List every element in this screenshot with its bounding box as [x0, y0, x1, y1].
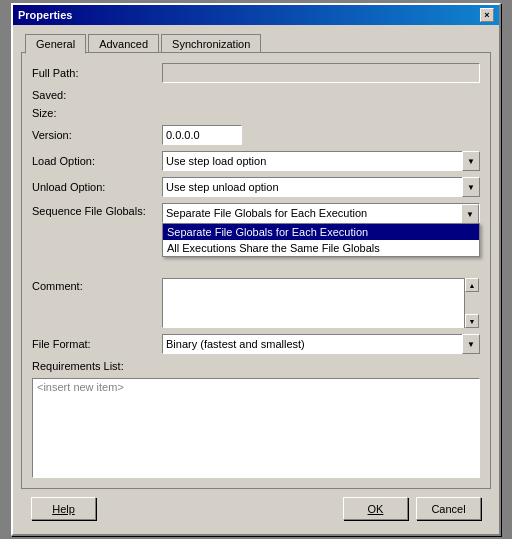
file-format-dropdown[interactable]: Binary (fastest and smallest)	[162, 334, 480, 354]
requirements-row: Requirements List:	[32, 360, 480, 372]
version-label: Version:	[32, 129, 162, 141]
file-format-label: File Format:	[32, 338, 162, 350]
saved-label: Saved:	[32, 89, 162, 101]
comment-scroll-down[interactable]: ▼	[465, 314, 479, 328]
saved-row: Saved:	[32, 89, 480, 101]
seq-file-globals-wrapper: Separate File Globals for Each Execution…	[162, 203, 480, 223]
ok-label: OK	[368, 503, 384, 515]
ok-button[interactable]: OK	[343, 497, 408, 520]
title-bar: Properties ×	[13, 5, 499, 25]
seq-file-globals-row: Sequence File Globals: Separate File Glo…	[32, 203, 480, 223]
seq-globals-arrow[interactable]: ▼	[461, 204, 479, 224]
load-option-dropdown-wrapper: Use step load option ▼	[162, 151, 480, 171]
comment-wrapper: ▲ ▼	[162, 278, 480, 328]
right-buttons: OK Cancel	[343, 497, 481, 520]
seq-option-2[interactable]: All Executions Share the Same File Globa…	[163, 240, 479, 256]
help-button[interactable]: Help	[31, 497, 96, 520]
version-row: Version:	[32, 125, 480, 145]
load-option-label: Load Option:	[32, 155, 162, 167]
tab-bar: General Advanced Synchronization	[21, 33, 491, 53]
tab-general[interactable]: General	[25, 34, 86, 54]
unload-option-label: Unload Option:	[32, 181, 162, 193]
seq-option-1[interactable]: Separate File Globals for Each Execution	[163, 224, 479, 240]
comment-row: Comment: ▲ ▼	[32, 278, 480, 328]
load-option-row: Load Option: Use step load option ▼	[32, 151, 480, 171]
tab-content: Full Path: Saved: Size: Version: Load Op…	[21, 52, 491, 489]
help-label: Help	[52, 503, 75, 515]
seq-file-globals-label: Sequence File Globals:	[32, 205, 162, 217]
cancel-button[interactable]: Cancel	[416, 497, 481, 520]
comment-scrollbar: ▲ ▼	[464, 278, 480, 328]
size-row: Size:	[32, 107, 480, 119]
seq-popup: Separate File Globals for Each Execution…	[162, 223, 480, 257]
close-button[interactable]: ×	[480, 8, 494, 22]
tab-advanced[interactable]: Advanced	[88, 34, 159, 54]
comment-scroll-up[interactable]: ▲	[465, 278, 479, 292]
requirements-list[interactable]: <insert new item>	[32, 378, 480, 478]
requirements-label: Requirements List:	[32, 360, 162, 372]
cancel-label: Cancel	[431, 503, 465, 515]
dialog-title: Properties	[18, 9, 72, 21]
button-bar: Help OK Cancel	[21, 489, 491, 526]
seq-file-globals-display[interactable]: Separate File Globals for Each Execution…	[162, 203, 480, 223]
requirements-placeholder: <insert new item>	[37, 381, 124, 393]
load-option-dropdown[interactable]: Use step load option	[162, 151, 480, 171]
unload-option-dropdown[interactable]: Use step unload option	[162, 177, 480, 197]
dialog-body: General Advanced Synchronization Full Pa…	[13, 25, 499, 534]
unload-option-row: Unload Option: Use step unload option ▼	[32, 177, 480, 197]
tab-synchronization[interactable]: Synchronization	[161, 34, 261, 54]
comment-label: Comment:	[32, 280, 162, 292]
unload-option-dropdown-wrapper: Use step unload option ▼	[162, 177, 480, 197]
requirements-wrapper: <insert new item>	[32, 378, 480, 478]
properties-dialog: Properties × General Advanced Synchroniz…	[11, 3, 501, 536]
version-input[interactable]	[162, 125, 242, 145]
full-path-label: Full Path:	[32, 67, 162, 79]
full-path-value	[162, 63, 480, 83]
comment-area[interactable]	[162, 278, 480, 328]
size-label: Size:	[32, 107, 162, 119]
file-format-row: File Format: Binary (fastest and smalles…	[32, 334, 480, 354]
file-format-dropdown-wrapper: Binary (fastest and smallest) ▼	[162, 334, 480, 354]
full-path-row: Full Path:	[32, 63, 480, 83]
